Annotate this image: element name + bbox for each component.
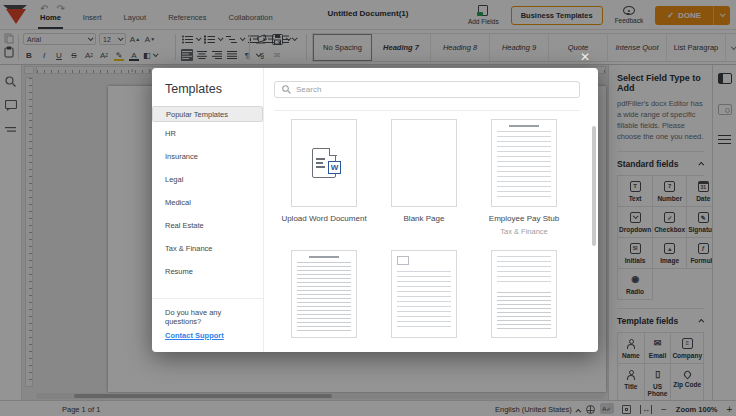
divider — [274, 110, 580, 111]
word-document-icon: W — [312, 148, 336, 178]
modal-title: Templates — [152, 68, 263, 106]
contact-support-link[interactable]: Contact Support — [165, 331, 224, 340]
close-icon[interactable]: ✕ — [578, 50, 592, 64]
template-card-upload-word[interactable]: W — [291, 119, 357, 207]
sidebar-item-tax-finance[interactable]: Tax & Finance — [152, 237, 263, 260]
modal-scrollbar[interactable] — [592, 126, 596, 246]
sidebar-item-real-estate[interactable]: Real Estate — [152, 214, 263, 237]
sidebar-item-legal[interactable]: Legal — [152, 168, 263, 191]
template-card-employee-pay-stub[interactable] — [491, 119, 557, 207]
templates-content: W Upload Word Document Blank Page — [264, 68, 598, 352]
sidebar-item-insurance[interactable]: Insurance — [152, 145, 263, 168]
card-title: Upload Word Document — [281, 214, 367, 225]
support-question-text: Do you have any questions? — [165, 308, 221, 326]
sidebar-item-medical[interactable]: Medical — [152, 191, 263, 214]
template-cards-row-2 — [274, 250, 580, 338]
search-input[interactable] — [296, 85, 572, 94]
docx-editor-app: ↶↷ Home Insert Layout References Collabo… — [0, 0, 736, 416]
sidebar-item-popular-templates[interactable]: Popular Templates — [152, 106, 263, 122]
templates-sidebar: Templates Popular Templates HR Insurance… — [152, 68, 264, 352]
template-card-blank-page[interactable] — [391, 119, 457, 207]
template-card-4[interactable] — [291, 250, 357, 338]
search-icon — [282, 85, 291, 94]
sidebar-item-resume[interactable]: Resume — [152, 260, 263, 283]
sidebar-item-hr[interactable]: HR — [152, 122, 263, 145]
card-title: Employee Pay Stub — [481, 214, 567, 225]
template-card-6[interactable] — [491, 250, 557, 338]
templates-modal: Templates Popular Templates HR Insurance… — [152, 68, 598, 352]
template-cards-row-1: W Upload Word Document Blank Page — [274, 119, 580, 236]
card-title: Blank Page — [381, 214, 467, 225]
template-card-5[interactable] — [391, 250, 457, 338]
pay-stub-preview — [497, 125, 551, 201]
template-search[interactable] — [274, 81, 580, 98]
card-subtitle: Tax & Finance — [500, 227, 548, 236]
